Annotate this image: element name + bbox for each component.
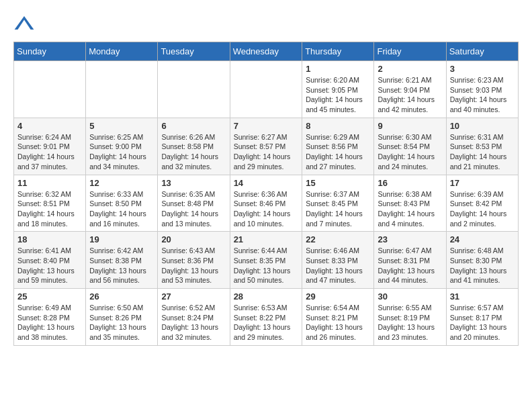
week-row-2: 4Sunrise: 6:24 AM Sunset: 9:01 PM Daylig…: [14, 118, 519, 175]
day-cell: 2Sunrise: 6:21 AM Sunset: 9:04 PM Daylig…: [374, 61, 446, 118]
day-cell: 14Sunrise: 6:36 AM Sunset: 8:46 PM Dayli…: [230, 175, 302, 232]
day-info: Sunrise: 6:25 AM Sunset: 9:00 PM Dayligh…: [89, 132, 154, 172]
day-info: Sunrise: 6:50 AM Sunset: 8:26 PM Dayligh…: [89, 303, 154, 342]
day-number: 19: [89, 234, 154, 244]
day-cell: 17Sunrise: 6:39 AM Sunset: 8:42 PM Dayli…: [446, 175, 518, 232]
day-info: Sunrise: 6:21 AM Sunset: 9:04 PM Dayligh…: [378, 75, 442, 115]
day-info: Sunrise: 6:29 AM Sunset: 8:56 PM Dayligh…: [306, 132, 370, 172]
day-info: Sunrise: 6:41 AM Sunset: 8:40 PM Dayligh…: [17, 246, 82, 285]
day-info: Sunrise: 6:39 AM Sunset: 8:42 PM Dayligh…: [450, 189, 515, 229]
day-number: 22: [306, 234, 370, 244]
day-info: Sunrise: 6:37 AM Sunset: 8:45 PM Dayligh…: [306, 189, 370, 229]
day-cell: 28Sunrise: 6:53 AM Sunset: 8:22 PM Dayli…: [230, 289, 302, 346]
day-cell: 3Sunrise: 6:23 AM Sunset: 9:03 PM Daylig…: [446, 61, 518, 118]
day-cell: 7Sunrise: 6:27 AM Sunset: 8:57 PM Daylig…: [230, 118, 302, 175]
day-info: Sunrise: 6:30 AM Sunset: 8:54 PM Dayligh…: [378, 132, 442, 172]
day-number: 28: [234, 291, 299, 302]
day-number: 24: [450, 234, 515, 244]
day-number: 26: [89, 291, 154, 302]
day-number: 30: [378, 291, 442, 302]
day-info: Sunrise: 6:54 AM Sunset: 8:21 PM Dayligh…: [306, 303, 370, 342]
day-info: Sunrise: 6:55 AM Sunset: 8:19 PM Dayligh…: [378, 303, 442, 342]
day-cell: 31Sunrise: 6:57 AM Sunset: 8:17 PM Dayli…: [446, 289, 518, 346]
header-wednesday: Wednesday: [230, 42, 302, 61]
day-number: 12: [89, 178, 154, 188]
day-info: Sunrise: 6:31 AM Sunset: 8:53 PM Dayligh…: [450, 132, 515, 172]
day-number: 16: [378, 178, 442, 188]
day-number: 31: [450, 291, 515, 302]
day-cell: 4Sunrise: 6:24 AM Sunset: 9:01 PM Daylig…: [14, 118, 86, 175]
day-cell: 19Sunrise: 6:42 AM Sunset: 8:38 PM Dayli…: [86, 232, 158, 289]
day-cell: 6Sunrise: 6:26 AM Sunset: 8:58 PM Daylig…: [158, 118, 230, 175]
day-cell: 21Sunrise: 6:44 AM Sunset: 8:35 PM Dayli…: [230, 232, 302, 289]
day-cell: 29Sunrise: 6:54 AM Sunset: 8:21 PM Dayli…: [302, 289, 374, 346]
day-info: Sunrise: 6:53 AM Sunset: 8:22 PM Dayligh…: [234, 303, 299, 342]
day-info: Sunrise: 6:36 AM Sunset: 8:46 PM Dayligh…: [234, 189, 299, 229]
day-cell: 1Sunrise: 6:20 AM Sunset: 9:05 PM Daylig…: [302, 61, 374, 118]
day-number: 17: [450, 178, 515, 188]
day-number: 2: [378, 64, 442, 74]
day-cell: 11Sunrise: 6:32 AM Sunset: 8:51 PM Dayli…: [14, 175, 86, 232]
day-cell: 23Sunrise: 6:47 AM Sunset: 8:31 PM Dayli…: [374, 232, 446, 289]
day-number: 5: [89, 121, 154, 131]
calendar-header-row: SundayMondayTuesdayWednesdayThursdayFrid…: [14, 42, 519, 61]
day-info: Sunrise: 6:47 AM Sunset: 8:31 PM Dayligh…: [378, 246, 442, 285]
week-row-3: 11Sunrise: 6:32 AM Sunset: 8:51 PM Dayli…: [14, 175, 519, 232]
day-number: 14: [234, 178, 299, 188]
day-number: 25: [17, 291, 82, 302]
day-cell: 5Sunrise: 6:25 AM Sunset: 9:00 PM Daylig…: [86, 118, 158, 175]
day-number: 21: [234, 234, 299, 244]
day-cell: 25Sunrise: 6:49 AM Sunset: 8:28 PM Dayli…: [14, 289, 86, 346]
page-header: [13, 13, 519, 35]
day-cell: 8Sunrise: 6:29 AM Sunset: 8:56 PM Daylig…: [302, 118, 374, 175]
header-thursday: Thursday: [302, 42, 374, 61]
day-number: 7: [234, 121, 299, 131]
day-info: Sunrise: 6:42 AM Sunset: 8:38 PM Dayligh…: [89, 246, 154, 285]
day-info: Sunrise: 6:52 AM Sunset: 8:24 PM Dayligh…: [161, 303, 226, 342]
day-number: 10: [450, 121, 515, 131]
day-cell: 27Sunrise: 6:52 AM Sunset: 8:24 PM Dayli…: [158, 289, 230, 346]
day-number: 4: [17, 121, 82, 131]
day-info: Sunrise: 6:35 AM Sunset: 8:48 PM Dayligh…: [161, 189, 226, 229]
header-tuesday: Tuesday: [158, 42, 230, 61]
logo: [13, 13, 38, 35]
logo-icon: [13, 13, 35, 35]
day-info: Sunrise: 6:23 AM Sunset: 9:03 PM Dayligh…: [450, 75, 515, 115]
week-row-4: 18Sunrise: 6:41 AM Sunset: 8:40 PM Dayli…: [14, 232, 519, 289]
day-info: Sunrise: 6:43 AM Sunset: 8:36 PM Dayligh…: [161, 246, 226, 285]
day-number: 13: [161, 178, 226, 188]
day-cell: 9Sunrise: 6:30 AM Sunset: 8:54 PM Daylig…: [374, 118, 446, 175]
week-row-1: 1Sunrise: 6:20 AM Sunset: 9:05 PM Daylig…: [14, 61, 519, 118]
day-info: Sunrise: 6:27 AM Sunset: 8:57 PM Dayligh…: [234, 132, 299, 172]
header-monday: Monday: [86, 42, 158, 61]
day-number: 11: [17, 178, 82, 188]
day-number: 3: [450, 64, 515, 74]
day-info: Sunrise: 6:24 AM Sunset: 9:01 PM Dayligh…: [17, 132, 82, 172]
day-cell: 26Sunrise: 6:50 AM Sunset: 8:26 PM Dayli…: [86, 289, 158, 346]
day-info: Sunrise: 6:26 AM Sunset: 8:58 PM Dayligh…: [161, 132, 226, 172]
day-info: Sunrise: 6:44 AM Sunset: 8:35 PM Dayligh…: [234, 246, 299, 285]
day-info: Sunrise: 6:48 AM Sunset: 8:30 PM Dayligh…: [450, 246, 515, 285]
day-cell: [14, 61, 86, 118]
week-row-5: 25Sunrise: 6:49 AM Sunset: 8:28 PM Dayli…: [14, 289, 519, 346]
day-cell: 16Sunrise: 6:38 AM Sunset: 8:43 PM Dayli…: [374, 175, 446, 232]
day-number: 29: [306, 291, 370, 302]
day-number: 8: [306, 121, 370, 131]
day-info: Sunrise: 6:20 AM Sunset: 9:05 PM Dayligh…: [306, 75, 370, 115]
day-number: 9: [378, 121, 442, 131]
calendar-table: SundayMondayTuesdayWednesdayThursdayFrid…: [13, 42, 519, 346]
day-cell: 30Sunrise: 6:55 AM Sunset: 8:19 PM Dayli…: [374, 289, 446, 346]
day-cell: 22Sunrise: 6:46 AM Sunset: 8:33 PM Dayli…: [302, 232, 374, 289]
day-number: 23: [378, 234, 442, 244]
day-cell: 18Sunrise: 6:41 AM Sunset: 8:40 PM Dayli…: [14, 232, 86, 289]
header-friday: Friday: [374, 42, 446, 61]
day-info: Sunrise: 6:33 AM Sunset: 8:50 PM Dayligh…: [89, 189, 154, 229]
day-cell: 15Sunrise: 6:37 AM Sunset: 8:45 PM Dayli…: [302, 175, 374, 232]
day-number: 1: [306, 64, 370, 74]
day-info: Sunrise: 6:32 AM Sunset: 8:51 PM Dayligh…: [17, 189, 82, 229]
day-cell: [158, 61, 230, 118]
day-number: 27: [161, 291, 226, 302]
day-info: Sunrise: 6:57 AM Sunset: 8:17 PM Dayligh…: [450, 303, 515, 342]
day-cell: 12Sunrise: 6:33 AM Sunset: 8:50 PM Dayli…: [86, 175, 158, 232]
day-info: Sunrise: 6:38 AM Sunset: 8:43 PM Dayligh…: [378, 189, 442, 229]
